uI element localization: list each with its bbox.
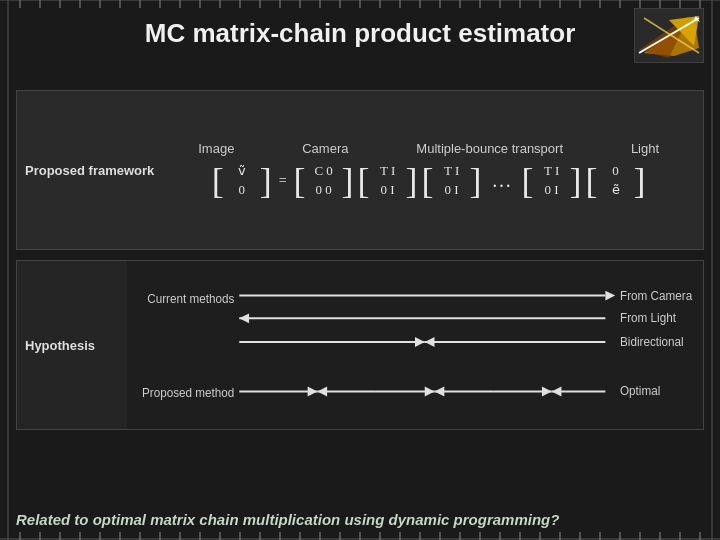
framework-section: Proposed framework Image Camera Multiple… [16, 90, 704, 250]
bracket-open-2: [ [294, 163, 306, 199]
matrix-ti-2: T I 0 I [438, 162, 466, 198]
matrix-ti-last: T I 0 I [538, 162, 566, 198]
svg-text:Current methods: Current methods [147, 291, 234, 304]
bracket-open-5: [ [522, 163, 534, 199]
logo-area [634, 8, 704, 63]
svg-marker-103 [542, 387, 552, 397]
svg-marker-95 [308, 387, 318, 397]
svg-marker-99 [425, 387, 435, 397]
bracket-open-4: [ [422, 163, 434, 199]
col-label-image: Image [198, 141, 234, 156]
svg-text:From Light: From Light [620, 311, 677, 324]
col-label-camera: Camera [302, 141, 348, 156]
svg-marker-97 [317, 387, 327, 397]
svg-marker-105 [552, 387, 562, 397]
col-label-light: Light [631, 141, 659, 156]
equals-sign: = [279, 173, 287, 189]
hypothesis-section: Hypothesis Current methods Proposed meth… [16, 260, 704, 430]
bracket-close-6: ] [634, 163, 646, 199]
framework-content: Image Camera Multiple-bounce transport L… [154, 133, 703, 206]
page-title: MC matrix-chain product estimator [145, 18, 576, 48]
svg-marker-92 [425, 337, 435, 347]
bracket-close-1: ] [260, 163, 272, 199]
bracket-open-3: [ [358, 163, 370, 199]
svg-text:From Camera: From Camera [620, 288, 693, 301]
bracket-close-2: ] [342, 163, 354, 199]
bracket-open-6: [ [586, 163, 598, 199]
svg-marker-84 [605, 291, 615, 301]
matrix-v: ṽ 0 [228, 162, 256, 198]
hypothesis-label: Hypothesis [25, 338, 95, 353]
matrix-ti-1: T I 0 I [374, 162, 402, 198]
svg-text:Optimal: Optimal [620, 384, 660, 397]
svg-marker-90 [415, 337, 425, 347]
column-labels: Image Camera Multiple-bounce transport L… [164, 141, 693, 156]
bracket-close-5: ] [570, 163, 582, 199]
matrix-camera: C 0 0 0 [310, 162, 338, 198]
col-label-transport: Multiple-bounce transport [416, 141, 563, 156]
bracket-close-3: ] [406, 163, 418, 199]
svg-marker-87 [239, 313, 249, 323]
bracket-close-4: ] [470, 163, 482, 199]
svg-text:Bidirectional: Bidirectional [620, 335, 684, 348]
bottom-text: Related to optimal matrix chain multipli… [16, 511, 704, 528]
matrix-light: 0 ẽ [602, 162, 630, 198]
svg-text:Proposed method: Proposed method [142, 386, 234, 399]
main-content: Proposed framework Image Camera Multiple… [16, 80, 704, 490]
svg-marker-101 [435, 387, 445, 397]
ellipsis: … [492, 169, 512, 192]
hypothesis-content: Current methods Proposed method From Cam… [127, 261, 703, 429]
matrix-equation: [ ṽ 0 ] = [ C 0 0 0 ] [ T I 0 [212, 162, 646, 198]
title-area: MC matrix-chain product estimator [0, 18, 720, 49]
framework-label: Proposed framework [17, 163, 154, 178]
bracket-open-1: [ [212, 163, 224, 199]
